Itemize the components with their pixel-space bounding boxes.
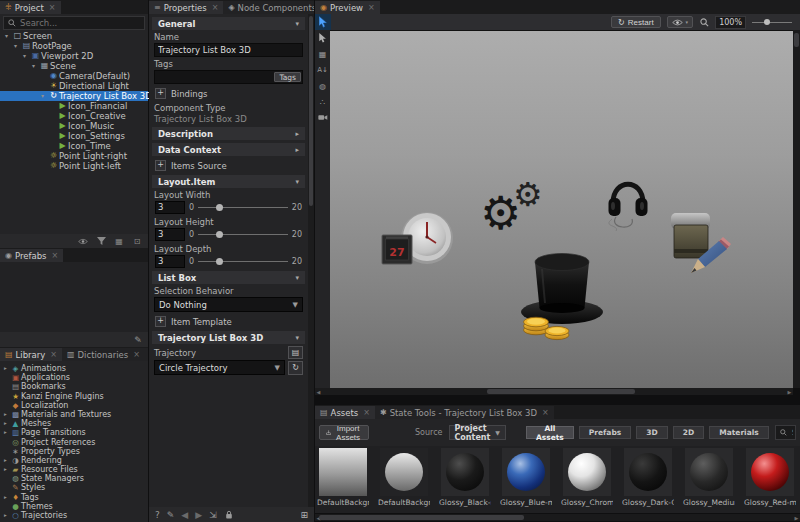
grid-view-icon[interactable]: ▦ <box>114 236 124 246</box>
zoom-slider[interactable] <box>752 22 792 23</box>
library-item[interactable]: ▸ Themes <box>0 502 148 511</box>
assets-filter-button[interactable]: 3D <box>636 426 667 439</box>
slider-thumb[interactable] <box>216 231 223 238</box>
tree-item[interactable]: ▾ Point Light-right <box>0 151 148 161</box>
library-item[interactable]: ▸ Animations <box>0 364 148 373</box>
preview-viewport-3d[interactable]: 27 ⚙ ⚙ <box>330 30 793 388</box>
assets-filter-button[interactable]: Materials <box>709 426 769 439</box>
library-item[interactable]: ▸ Property Types <box>0 447 148 456</box>
expand-all-icon[interactable]: ⇲ <box>209 510 217 520</box>
expand-arrow-icon[interactable]: ▾ <box>23 51 30 61</box>
project-search-input[interactable] <box>20 18 141 28</box>
selection-behavior-dropdown[interactable]: Do Nothing ▼ <box>154 297 303 312</box>
close-icon[interactable]: × <box>212 3 219 12</box>
assets-filter-button[interactable]: All Assets <box>526 426 574 439</box>
back-arrow-icon[interactable]: ◀ <box>181 510 188 520</box>
bindings-row[interactable]: + Bindings <box>155 88 302 99</box>
scrollbar-thumb[interactable] <box>794 33 799 47</box>
layout-depth-value[interactable]: 3 <box>155 255 185 268</box>
library-item[interactable]: ▸ Project References <box>0 438 148 447</box>
settings-box-icon[interactable]: ⊡ <box>132 236 142 246</box>
layout-height-value[interactable]: 3 <box>155 228 185 241</box>
layout-height-slider[interactable] <box>198 234 288 235</box>
section-general[interactable]: General ▾ <box>152 17 305 30</box>
library-item[interactable]: ▸ Rendering <box>0 456 148 465</box>
import-assets-button[interactable]: Import Assets <box>319 425 369 440</box>
close-icon[interactable]: × <box>133 350 140 359</box>
tab-properties[interactable]: ≡ Properties × <box>149 1 223 14</box>
library-item[interactable]: ▸ Resource Files <box>0 465 148 474</box>
forward-arrow-icon[interactable]: ▶ <box>195 510 202 520</box>
library-item[interactable]: ▸ Applications <box>0 373 148 382</box>
tree-item[interactable]: ▾ RootPage <box>0 41 148 51</box>
text-tool-icon[interactable]: A↓ <box>317 66 328 75</box>
scroll-left-arrow[interactable]: ◀ <box>315 388 322 395</box>
scroll-right-arrow[interactable]: ▶ <box>786 388 793 395</box>
tree-item[interactable]: ▾ Screen <box>0 31 148 41</box>
name-input[interactable] <box>158 45 299 55</box>
trajectory-dropdown[interactable]: Circle Trajectory ▼ <box>154 360 285 375</box>
items-source-row[interactable]: + Items Source <box>155 160 302 171</box>
slider-thumb[interactable] <box>216 204 223 211</box>
tree-item[interactable]: ▾ Icon_Music <box>0 121 148 131</box>
asset-item[interactable]: Glossy_Dark-Gre... <box>623 448 673 513</box>
plus-icon[interactable]: + <box>155 316 166 327</box>
close-icon[interactable]: × <box>52 251 59 260</box>
expand-arrow-icon[interactable]: ▾ <box>14 41 21 51</box>
tags-field[interactable]: Tags <box>154 70 303 84</box>
asset-thumbnail[interactable] <box>624 448 672 496</box>
layout-depth-slider[interactable] <box>198 261 288 262</box>
tree-item[interactable]: ▾ Directional Light <box>0 81 148 91</box>
asset-item[interactable]: Glossy_Red-mate... <box>745 448 795 513</box>
expand-arrow-icon[interactable]: ▾ <box>5 31 12 41</box>
slider-thumb[interactable] <box>216 258 223 265</box>
slider-thumb[interactable] <box>764 19 770 25</box>
library-item[interactable]: ▸ Tags <box>0 493 148 502</box>
help-icon[interactable]: ? <box>155 510 160 520</box>
tree-item[interactable]: ▾ Icon_Time <box>0 141 148 151</box>
asset-thumbnail[interactable] <box>380 448 428 496</box>
asset-thumbnail[interactable] <box>502 448 550 496</box>
name-field[interactable] <box>154 43 303 57</box>
asset-item[interactable]: Glossy_Black-ma... <box>440 448 490 513</box>
scrollbar-thumb[interactable] <box>319 515 524 520</box>
tree-item[interactable]: ▾ Icon_Settings <box>0 131 148 141</box>
edit-wand-icon[interactable]: ✎ <box>133 335 143 345</box>
object-clock-calendar[interactable]: 27 <box>382 212 453 264</box>
node-graph-icon[interactable]: ∴ <box>320 98 325 107</box>
tab-assets[interactable]: ▤ Assets × <box>315 406 375 419</box>
library-item[interactable]: ▸ Page Transitions <box>0 428 148 437</box>
show-hidden-eye-icon[interactable] <box>78 236 88 246</box>
library-item[interactable]: ▸ Localization <box>0 401 148 410</box>
layout-width-slider[interactable] <box>198 207 288 208</box>
assets-filter-button[interactable]: 2D <box>673 426 704 439</box>
assets-search-box[interactable] <box>775 425 796 440</box>
tab-library[interactable]: ▤ Library × <box>0 348 62 361</box>
asset-item[interactable]: Glossy_Blue-mat... <box>501 448 551 513</box>
plus-icon[interactable]: + <box>155 88 166 99</box>
tree-item[interactable]: ▾ Scene <box>0 61 148 71</box>
tree-item[interactable]: ▾ Camera(Default) <box>0 71 148 81</box>
layout-width-value[interactable]: 3 <box>155 201 185 214</box>
source-dropdown[interactable]: Project Content ▼ <box>449 425 506 440</box>
section-description[interactable]: Description ▸ <box>152 127 305 140</box>
tree-item[interactable]: ▾ Viewport 2D <box>0 51 148 61</box>
plus-icon[interactable]: + <box>155 160 166 171</box>
expand-arrow-icon[interactable]: ▾ <box>41 91 48 101</box>
section-trajectory-list-box-3d[interactable]: Trajectory List Box 3D ▾ <box>152 331 305 344</box>
close-icon[interactable]: × <box>542 408 549 417</box>
library-item[interactable]: ▸ State Managers <box>0 474 148 483</box>
asset-thumbnail[interactable] <box>319 448 367 496</box>
library-item[interactable]: ▸ Kanzi Engine Plugins <box>0 392 148 401</box>
section-data-context[interactable]: Data Context ▸ <box>152 143 305 156</box>
library-item[interactable]: ▸ Meshes <box>0 419 148 428</box>
revert-icon[interactable]: ↻ <box>288 361 303 375</box>
tab-node-components[interactable]: ◈ Node Components × <box>223 1 314 14</box>
library-item[interactable]: ▸ Materials and Textures <box>0 410 148 419</box>
tab-project[interactable]: ⁜ Project × <box>0 1 61 14</box>
close-icon[interactable]: × <box>363 408 370 417</box>
visibility-dropdown-button[interactable]: ▾ <box>667 16 694 28</box>
add-property-icon[interactable]: ⊞ <box>300 510 308 520</box>
restart-button[interactable]: ↻ Restart <box>611 16 661 28</box>
asset-thumbnail[interactable] <box>746 448 794 496</box>
